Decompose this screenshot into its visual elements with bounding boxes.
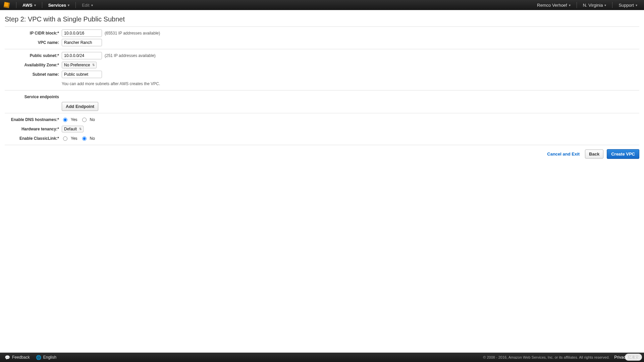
nav-region[interactable]: N. Virginia ▾ <box>580 3 609 8</box>
language-label: English <box>43 355 56 360</box>
back-button[interactable]: Back <box>585 149 603 159</box>
nav-edit-label: Edit <box>82 3 89 8</box>
pubsubnet-input[interactable] <box>62 52 102 59</box>
chevron-down-icon: ▾ <box>91 3 93 7</box>
cidr-input[interactable] <box>62 29 102 37</box>
nav-aws[interactable]: AWS ▾ <box>20 3 39 8</box>
classic-no-label: No <box>90 136 95 141</box>
watermark: 亿速云 <box>625 354 642 361</box>
pubsubnet-label: Public subnet:* <box>5 53 62 58</box>
create-vpc-button[interactable]: Create VPC <box>607 149 639 159</box>
nav-edit[interactable]: Edit ▾ <box>79 3 95 8</box>
dns-yes-label: Yes <box>71 117 77 122</box>
footer: 💬 Feedback 🌐 English © 2008 - 2016, Amaz… <box>0 353 644 362</box>
chevron-down-icon: ▾ <box>636 3 637 7</box>
top-nav: AWS ▾ Services ▾ Edit ▾ Remco Verhoef ▾ … <box>0 0 644 10</box>
tenancy-select[interactable]: Default <box>62 126 84 132</box>
chevron-down-icon: ▾ <box>604 3 606 7</box>
dns-no-radio[interactable] <box>82 118 87 122</box>
divider <box>577 2 577 8</box>
section-options: Enable DNS hostnames:* Yes No Hardware t… <box>5 113 639 145</box>
classic-yes-radio[interactable] <box>63 136 67 141</box>
nav-services-label: Services <box>48 3 66 8</box>
dns-no-label: No <box>90 117 95 122</box>
copyright: © 2008 - 2016, Amazon Web Services, Inc.… <box>483 355 609 359</box>
dns-yes-radio[interactable] <box>63 118 67 122</box>
cancel-link[interactable]: Cancel and Exit <box>547 152 580 157</box>
chevron-down-icon: ▾ <box>34 3 36 7</box>
classic-label: Enable ClassicLink:* <box>5 136 62 141</box>
add-endpoint-button[interactable]: Add Endpoint <box>62 102 98 111</box>
chevron-down-icon: ▾ <box>68 3 69 7</box>
vpcname-label: VPC name: <box>5 40 62 45</box>
vpcname-input[interactable] <box>62 39 102 46</box>
az-label: Availability Zone:* <box>5 63 62 67</box>
section-endpoints: Service endpoints Add Endpoint <box>5 90 639 113</box>
feedback-link[interactable]: 💬 Feedback <box>5 355 30 360</box>
endpoints-label: Service endpoints <box>5 95 62 99</box>
tenancy-label: Hardware tenancy:* <box>5 127 62 131</box>
divider <box>75 2 76 8</box>
dns-label: Enable DNS hostnames:* <box>5 117 62 122</box>
classic-no-radio[interactable] <box>82 136 87 141</box>
aws-logo-icon <box>4 2 10 8</box>
subnetname-label: Subnet name: <box>5 72 62 77</box>
nav-services[interactable]: Services ▾ <box>46 3 72 8</box>
nav-user-label: Remco Verhoef <box>537 3 567 8</box>
subnetname-input[interactable] <box>62 71 102 78</box>
divider <box>612 2 612 8</box>
globe-icon: 🌐 <box>36 355 41 360</box>
cidr-label: IP CIDR block:* <box>5 31 62 36</box>
nav-region-label: N. Virginia <box>583 3 603 8</box>
nav-user[interactable]: Remco Verhoef ▾ <box>534 3 573 8</box>
speech-bubble-icon: 💬 <box>5 355 10 360</box>
section-vpc: IP CIDR block:* (65531 IP addresses avai… <box>5 27 639 49</box>
subnet-note: You can add more subnets after AWS creat… <box>62 81 160 86</box>
divider <box>42 2 42 8</box>
action-bar: Cancel and Exit Back Create VPC <box>5 145 639 159</box>
nav-support-label: Support <box>619 3 634 8</box>
language-link[interactable]: 🌐 English <box>36 355 56 360</box>
page-body: Step 2: VPC with a Single Public Subnet … <box>0 10 644 353</box>
page-title: Step 2: VPC with a Single Public Subnet <box>5 15 639 23</box>
chevron-down-icon: ▾ <box>569 3 571 7</box>
classic-yes-label: Yes <box>71 136 77 141</box>
az-select[interactable]: No Preference <box>62 62 97 68</box>
nav-support[interactable]: Support ▾ <box>616 3 640 8</box>
cidr-hint: (65531 IP addresses available) <box>105 31 160 36</box>
nav-aws-label: AWS <box>22 3 33 8</box>
pubsubnet-hint: (251 IP addresses available) <box>105 53 156 58</box>
feedback-label: Feedback <box>12 355 30 360</box>
divider <box>16 2 16 8</box>
section-subnet: Public subnet:* (251 IP addresses availa… <box>5 49 639 90</box>
